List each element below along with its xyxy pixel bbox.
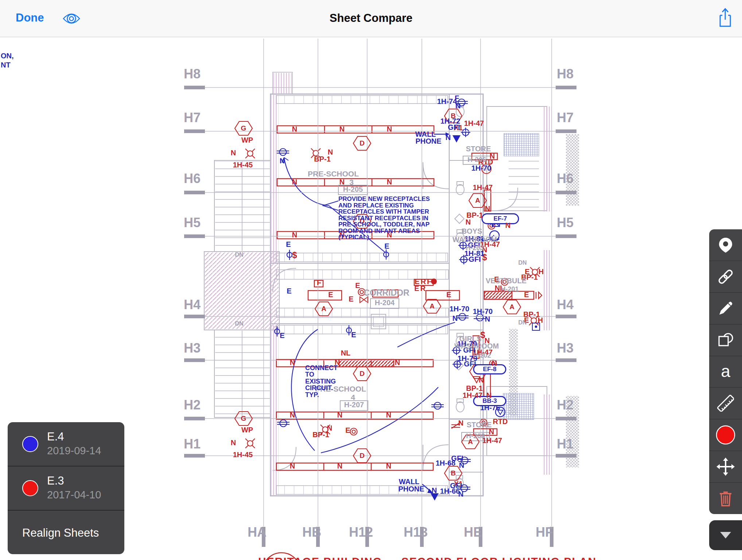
sheet-color-dot-blue: [22, 436, 38, 452]
grid-row-label: H1: [557, 436, 574, 451]
svg-text:N: N: [458, 419, 463, 427]
svg-text:N: N: [231, 439, 236, 447]
svg-text:N: N: [292, 231, 297, 239]
pen-tool[interactable]: [709, 293, 742, 324]
sheet-date: 2017-04-10: [47, 489, 101, 501]
hyperlink-tool[interactable]: [709, 261, 742, 293]
svg-text:E: E: [345, 426, 350, 434]
grid-row-label: H6: [184, 171, 201, 186]
svg-text:H-208: H-208: [466, 432, 485, 440]
svg-text:1H-47: 1H-47: [473, 183, 493, 191]
svg-text:N: N: [290, 411, 295, 419]
svg-text:N: N: [489, 428, 494, 436]
annotation-toolbar: a: [709, 229, 742, 514]
svg-text:H-207: H-207: [344, 401, 364, 409]
svg-text:E: E: [446, 291, 451, 299]
svg-text:3: 3: [349, 178, 354, 186]
svg-text:N: N: [290, 358, 295, 366]
svg-text:H-205: H-205: [343, 185, 363, 193]
svg-text:WALL: WALL: [399, 478, 420, 486]
svg-text:H-202: H-202: [473, 352, 491, 359]
svg-text:H: H: [539, 268, 544, 276]
svg-text:PROVIDE NEW RECEPTACLES: PROVIDE NEW RECEPTACLES: [338, 195, 430, 202]
ruler-icon: [717, 395, 734, 412]
svg-text:R: R: [420, 284, 426, 292]
svg-text:N: N: [479, 376, 484, 384]
svg-text:PHONE: PHONE: [398, 485, 424, 493]
move-icon: [716, 458, 735, 476]
svg-text:H-203: H-203: [466, 244, 483, 252]
grid-row-label: H8: [557, 66, 574, 81]
grid-row-label: H8: [184, 66, 201, 81]
svg-text:1H-70: 1H-70: [473, 307, 493, 315]
grid-row-label: H3: [184, 341, 201, 355]
share-icon[interactable]: [716, 7, 734, 28]
grid-row-label: H5: [184, 215, 201, 230]
sheet-row-e3[interactable]: E.3 2017-04-10: [8, 466, 124, 510]
svg-text:N: N: [485, 315, 490, 323]
svg-text:NL: NL: [341, 349, 351, 357]
svg-text:N: N: [455, 102, 461, 110]
svg-text:1H-76: 1H-76: [480, 404, 500, 412]
svg-text:BP-1: BP-1: [314, 155, 331, 163]
color-swatch-tool[interactable]: [709, 419, 742, 451]
grid-row-label: H2: [184, 397, 201, 412]
svg-text:DN: DN: [518, 319, 527, 326]
svg-text:GIRLS: GIRLS: [459, 335, 481, 343]
grid-row-label: H4: [184, 297, 201, 312]
svg-text:4: 4: [351, 393, 355, 401]
svg-text:N: N: [339, 178, 345, 186]
svg-text:1H-68: 1H-68: [436, 459, 455, 467]
svg-text:A: A: [321, 305, 326, 312]
svg-text:WP: WP: [241, 426, 253, 434]
svg-text:N: N: [280, 157, 285, 165]
grid-col-label: HE: [464, 525, 482, 540]
svg-text:AND REPLACE EXISTING: AND REPLACE EXISTING: [338, 202, 414, 209]
measure-tool[interactable]: [709, 388, 742, 419]
svg-text:E: E: [328, 291, 333, 299]
location-pin-tool[interactable]: [709, 229, 742, 261]
svg-text:ON,: ON,: [1, 52, 14, 60]
svg-text:1H-70: 1H-70: [450, 305, 469, 313]
sheet-row-e4[interactable]: E.4 2019-09-14: [8, 422, 124, 466]
move-tool[interactable]: [709, 451, 742, 483]
svg-text:1H-47: 1H-47: [464, 119, 484, 127]
svg-text:$: $: [292, 250, 297, 260]
svg-text:1H-47: 1H-47: [463, 391, 482, 399]
svg-text:WASHROOM: WASHROOM: [454, 342, 499, 350]
svg-text:N: N: [231, 149, 236, 157]
svg-text:PRE-SCHOOL: PRE-SCHOOL: [308, 170, 359, 178]
svg-text:NT: NT: [1, 61, 11, 69]
text-tool[interactable]: a: [709, 356, 742, 388]
svg-text:(TYPICAL).: (TYPICAL).: [338, 234, 371, 241]
svg-text:N: N: [386, 411, 391, 419]
color-red-icon: [715, 425, 736, 445]
svg-text:STORE: STORE: [467, 421, 492, 429]
svg-text:H-201: H-201: [501, 285, 518, 293]
svg-text:HERITAGE BUILDING — SECOND FLO: HERITAGE BUILDING — SECOND FLOOR LIGHTIN…: [258, 555, 597, 560]
chevron-down-icon: [717, 530, 734, 541]
sheet-name: E.4: [47, 430, 64, 443]
sheet-color-dot-red: [22, 480, 38, 496]
collapse-toolbar-button[interactable]: [709, 520, 742, 550]
svg-text:N: N: [459, 461, 464, 469]
svg-text:H-204: H-204: [375, 299, 395, 307]
grid-col-label: HB: [302, 525, 321, 540]
svg-text:E: E: [280, 331, 284, 339]
svg-text:1H-45: 1H-45: [233, 451, 253, 459]
svg-text:DN: DN: [235, 252, 243, 258]
link-icon: [717, 268, 734, 285]
svg-text:CIRCUIT.: CIRCUIT.: [305, 384, 333, 392]
shapes-tool[interactable]: [709, 324, 742, 356]
svg-text:DN: DN: [518, 260, 527, 266]
grid-col-label: H12: [349, 525, 373, 540]
svg-text:A: A: [509, 303, 514, 311]
svg-text:GFI: GFI: [448, 123, 460, 131]
svg-text:G: G: [241, 415, 246, 422]
svg-text:RECEPTACLES WITH TAMPER: RECEPTACLES WITH TAMPER: [338, 208, 429, 215]
location-pin-icon: [717, 237, 734, 253]
delete-tool[interactable]: [709, 483, 742, 514]
realign-sheets-button[interactable]: Realign Sheets: [8, 510, 124, 554]
svg-text:N: N: [339, 125, 345, 133]
svg-text:H-206: H-206: [467, 156, 486, 163]
